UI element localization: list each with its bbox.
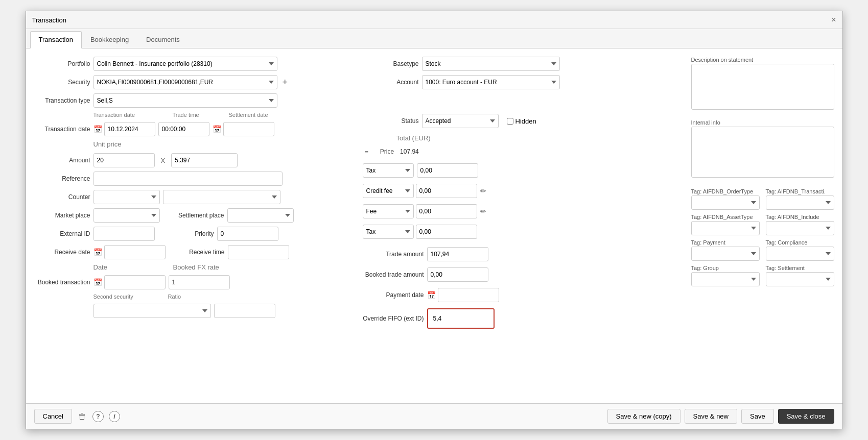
- tag-settlement-select[interactable]: [766, 272, 834, 286]
- override-fifo-input[interactable]: [430, 311, 491, 326]
- payment-date-group: 📅: [427, 288, 499, 302]
- ratio-header: Ratio: [168, 294, 219, 300]
- receive-date-row: Receive date 📅 Receive time: [34, 245, 353, 259]
- second-security-select[interactable]: [93, 304, 211, 318]
- save-new-button[interactable]: Save & new: [685, 409, 737, 424]
- unit-price-input[interactable]: [171, 153, 238, 167]
- transaction-type-select[interactable]: Sell,S: [93, 93, 277, 108]
- save-button[interactable]: Save: [741, 409, 774, 424]
- footer-left-actions: Cancel 🗑 ? i: [34, 409, 120, 424]
- booked-transaction-label: Booked transaction: [34, 279, 90, 286]
- account-row: Account 1000: Euro account - EUR: [363, 75, 681, 89]
- tax-select-2[interactable]: Tax: [363, 225, 414, 239]
- tag-compliance-label: Tag: Compliance: [766, 239, 834, 246]
- delete-button[interactable]: 🗑: [77, 411, 87, 422]
- right-column: Description on statement Internal info T…: [691, 57, 834, 329]
- credit-fee-edit-button[interactable]: ✏: [479, 186, 487, 196]
- help-button[interactable]: ?: [92, 411, 104, 422]
- priority-input[interactable]: [217, 227, 278, 241]
- total-header-row: Total (EUR): [396, 134, 681, 142]
- tax-input-1[interactable]: [417, 163, 478, 178]
- settlement-date-input[interactable]: [223, 122, 274, 136]
- external-id-input[interactable]: [93, 227, 155, 241]
- calendar-icon-5[interactable]: 📅: [427, 291, 436, 299]
- info-button[interactable]: i: [109, 411, 120, 422]
- tag-order-type: Tag: AIFDNB_OrderType: [691, 188, 760, 210]
- close-button[interactable]: ×: [831, 15, 836, 25]
- credit-fee-input[interactable]: [416, 184, 477, 198]
- tag-compliance: Tag: Compliance: [766, 239, 834, 261]
- transaction-type-label: Transaction type: [34, 97, 90, 104]
- tag-asset-type-select[interactable]: [691, 221, 760, 235]
- receive-time-input[interactable]: [228, 245, 289, 259]
- counter-select-2[interactable]: [163, 190, 280, 204]
- settlement-place-select[interactable]: [227, 208, 294, 223]
- hidden-checkbox[interactable]: [507, 118, 513, 125]
- tax-select-1[interactable]: Tax: [363, 163, 414, 178]
- settlement-place-label: Settlement place: [163, 212, 224, 219]
- ratio-input[interactable]: [214, 304, 275, 318]
- tax2-input[interactable]: [416, 225, 477, 239]
- tag-asset-type: Tag: AIFDNB_AssetType: [691, 214, 760, 235]
- account-select[interactable]: 1000: Euro account - EUR: [422, 75, 560, 89]
- reference-label: Reference: [34, 175, 90, 182]
- tag-order-type-select[interactable]: [691, 195, 760, 210]
- fee-edit-button[interactable]: ✏: [479, 206, 487, 216]
- transaction-date-label: Transaction date: [34, 126, 90, 133]
- hidden-label: Hidden: [515, 117, 536, 125]
- cancel-button[interactable]: Cancel: [34, 409, 72, 424]
- calendar-icon-4[interactable]: 📅: [93, 278, 102, 286]
- receive-date-input[interactable]: [104, 245, 166, 259]
- portfolio-label: Portfolio: [34, 60, 90, 67]
- tag-order-type-label: Tag: AIFDNB_OrderType: [691, 188, 760, 194]
- tag-compliance-select[interactable]: [766, 247, 834, 261]
- market-place-select[interactable]: [93, 208, 160, 223]
- description-textarea[interactable]: [691, 64, 834, 110]
- basetype-select[interactable]: Stock: [422, 57, 560, 71]
- add-security-button[interactable]: +: [280, 77, 290, 88]
- calendar-icon-2[interactable]: 📅: [213, 125, 221, 133]
- transaction-date-input[interactable]: 10.12.2024: [104, 122, 155, 136]
- tag-transaction-select[interactable]: [766, 195, 834, 210]
- portfolio-select[interactable]: Colin Bennett - Insurance portfolio (283…: [93, 57, 277, 71]
- basetype-label: Basetype: [363, 60, 419, 67]
- status-row: Status Accepted Hidden: [363, 114, 681, 128]
- trade-time-input[interactable]: [158, 122, 209, 136]
- booked-trade-amount-input[interactable]: [427, 267, 488, 282]
- security-select[interactable]: NOKIA,FI0009000681,FI0009000681,EUR: [93, 75, 277, 89]
- tag-payment-select[interactable]: [691, 247, 760, 261]
- save-close-button[interactable]: Save & close: [778, 409, 834, 424]
- payment-date-input[interactable]: [438, 288, 499, 302]
- status-select[interactable]: Accepted: [422, 114, 499, 128]
- reference-input[interactable]: [93, 172, 283, 186]
- calendar-icon-1[interactable]: 📅: [93, 125, 102, 133]
- override-fifo-label: Override FIFO (ext ID): [363, 315, 424, 322]
- tag-include-select[interactable]: [766, 221, 834, 235]
- tag-settlement-label: Tag: Settlement: [766, 265, 834, 271]
- tag-include-label: Tag: AIFDNB_Include: [766, 214, 834, 220]
- amount-input[interactable]: [93, 153, 155, 167]
- calendar-icon-3[interactable]: 📅: [93, 248, 102, 256]
- save-new-copy-button[interactable]: Save & new (copy): [607, 409, 681, 424]
- fee-input[interactable]: [416, 204, 477, 218]
- credit-fee-select[interactable]: Credit fee: [363, 184, 414, 198]
- fee-select[interactable]: Fee: [363, 204, 414, 218]
- booked-fx-input[interactable]: [169, 275, 230, 289]
- booked-date-header: Date: [93, 263, 170, 271]
- hidden-checkbox-wrapper: Hidden: [507, 117, 536, 125]
- form-content: Portfolio Colin Bennett - Insurance port…: [26, 48, 842, 403]
- reference-row: Reference: [34, 172, 353, 186]
- tab-documents[interactable]: Documents: [137, 31, 189, 48]
- counter-select-1[interactable]: [93, 190, 160, 204]
- transaction-type-row: Transaction type Sell,S: [34, 93, 353, 108]
- tag-group-select[interactable]: [691, 272, 760, 286]
- internal-info-textarea[interactable]: [691, 127, 834, 178]
- tab-bookkeeping[interactable]: Bookkeeping: [82, 31, 137, 48]
- booked-date-input[interactable]: [104, 275, 166, 289]
- amount-row: Amount X: [34, 153, 353, 167]
- trade-amount-input[interactable]: [427, 247, 488, 261]
- amount-header-row: Unit price: [93, 140, 353, 148]
- trade-amount-label: Trade amount: [363, 251, 424, 258]
- tab-transaction[interactable]: Transaction: [30, 31, 82, 48]
- booked-trade-amount-label: Booked trade amount: [363, 271, 424, 278]
